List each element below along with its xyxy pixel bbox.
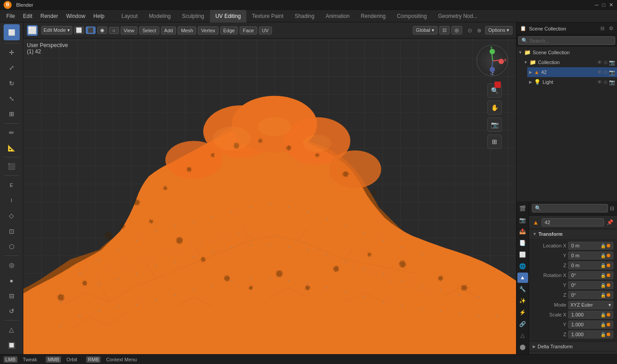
- camera-button[interactable]: 📷: [487, 117, 502, 132]
- minimize-button[interactable]: ─: [595, 2, 599, 8]
- add-cube-tool[interactable]: ⬛: [4, 159, 20, 173]
- menu-render[interactable]: Render: [37, 12, 61, 21]
- knife-tool[interactable]: ⬡: [4, 239, 20, 254]
- transform-global[interactable]: Global ▾: [413, 26, 438, 35]
- prop-tab-physics[interactable]: ⚡: [517, 307, 528, 318]
- select-box-tool[interactable]: ⬜: [4, 24, 20, 40]
- scale-y-value[interactable]: 1.000 🔒: [568, 321, 613, 329]
- move-tool[interactable]: ⤢: [4, 61, 20, 75]
- snap-toggle[interactable]: ⊡: [439, 26, 450, 35]
- obj42-visibility-icon[interactable]: 👁: [597, 69, 602, 75]
- outliner-settings-icon[interactable]: ⚙: [609, 26, 613, 31]
- edit-mode-select[interactable]: Edit Mode ▾: [41, 26, 72, 35]
- annotate-tool[interactable]: ✏: [4, 126, 20, 140]
- viewport-icon[interactable]: ⊙: [604, 60, 608, 65]
- menu-file[interactable]: File: [3, 12, 18, 21]
- tab-uv-editing[interactable]: UV Editing: [210, 10, 246, 22]
- light-visibility-icon[interactable]: 👁: [597, 79, 602, 85]
- obj42-viewport-icon[interactable]: ⊙: [604, 69, 608, 75]
- spin-tool[interactable]: ↺: [4, 304, 20, 318]
- extrude-tool[interactable]: E: [4, 178, 20, 192]
- inset-tool[interactable]: I: [4, 193, 20, 208]
- location-z-value[interactable]: 0 m 🔒: [568, 261, 613, 269]
- prop-tab-object-data[interactable]: △: [517, 330, 528, 341]
- mesh-menu[interactable]: Mesh: [178, 26, 196, 35]
- scale-tool[interactable]: ⤡: [4, 91, 20, 106]
- hand-tool-button[interactable]: ✋: [487, 100, 502, 115]
- prop-tab-material[interactable]: ⬤: [517, 342, 528, 352]
- scale-x-value[interactable]: 1.000 🔒: [568, 311, 613, 319]
- vertex-menu[interactable]: Vertex: [198, 26, 218, 35]
- props-filter-button[interactable]: ⊟: [610, 205, 614, 212]
- outliner-collection[interactable]: ▼ 📁 Collection 👁 ⊙ 📷: [522, 57, 617, 67]
- view-menu[interactable]: View: [121, 26, 138, 35]
- rotation-z-value[interactable]: 0° 🔒: [568, 291, 613, 299]
- maximize-button[interactable]: □: [602, 2, 605, 8]
- viewport-shading-material[interactable]: ◉: [97, 26, 107, 34]
- transform-section-header[interactable]: ▼ Transform: [529, 229, 617, 239]
- menu-help[interactable]: Help: [90, 12, 108, 21]
- grid-view-button[interactable]: ⊞: [487, 134, 502, 149]
- slide-tool[interactable]: ⊟: [4, 289, 20, 303]
- prop-tab-output[interactable]: 📤: [517, 226, 528, 237]
- randomize-tool[interactable]: 🔲: [4, 338, 20, 352]
- measure-tool[interactable]: 📐: [4, 141, 20, 155]
- tab-shading[interactable]: Shading: [289, 10, 320, 22]
- viewport[interactable]: ⬜ Edit Mode ▾ ⬜ ⬛ ◉ ○ View Select Add Me…: [23, 22, 516, 354]
- select-menu[interactable]: Select: [139, 26, 159, 35]
- rotation-x-value[interactable]: 0° 🔒: [568, 271, 613, 279]
- viewport-shading-wire[interactable]: ⬜: [74, 26, 84, 34]
- props-search-box[interactable]: 🔍: [532, 204, 608, 212]
- prop-tab-modifier[interactable]: 🔧: [517, 284, 528, 295]
- outliner-search-box[interactable]: 🔍 Search...: [518, 36, 615, 45]
- scale-z-value[interactable]: 1.000 🔒: [568, 330, 613, 338]
- location-y-value[interactable]: 0 m 🔒: [568, 251, 613, 260]
- menu-edit[interactable]: Edit: [19, 12, 36, 21]
- smooth-tool[interactable]: ◎: [4, 258, 20, 272]
- outliner-light[interactable]: ▶ 💡 Light 👁 ⊙ 📷: [527, 77, 617, 87]
- navigation-gizmo[interactable]: X Y -Z: [477, 45, 512, 81]
- obj42-render-icon[interactable]: 📷: [609, 69, 615, 75]
- light-render-icon[interactable]: 📷: [609, 79, 615, 85]
- location-x-value[interactable]: 0 m 🔒: [568, 242, 613, 250]
- relax-tool[interactable]: ●: [4, 273, 20, 287]
- prop-tab-render[interactable]: 📷: [517, 215, 528, 225]
- add-menu[interactable]: Add: [161, 26, 176, 35]
- gizmo-toggle[interactable]: ⊕: [477, 27, 481, 34]
- uv-menu[interactable]: UV: [259, 26, 272, 35]
- visibility-icon[interactable]: 👁: [597, 60, 602, 65]
- rotate-tool[interactable]: ↻: [4, 76, 20, 91]
- outliner-scene-collection[interactable]: ▼ 📁 Scene Collection: [516, 48, 617, 57]
- tab-animation[interactable]: Animation: [320, 10, 355, 22]
- options-button[interactable]: Options ▾: [485, 26, 512, 35]
- prop-tab-view-layer[interactable]: 📑: [517, 238, 528, 248]
- rotation-mode-select[interactable]: XYZ Euler ▾: [568, 301, 613, 309]
- menu-window[interactable]: Window: [62, 12, 89, 21]
- bevel-tool[interactable]: ◇: [4, 208, 20, 223]
- prop-tab-constraint[interactable]: 🔗: [517, 319, 528, 329]
- props-pin-button[interactable]: 📌: [607, 219, 613, 225]
- viewport-shading-render[interactable]: ○: [109, 27, 119, 34]
- tab-rendering[interactable]: Rendering: [355, 10, 391, 22]
- loop-cut-tool[interactable]: ⊡: [4, 224, 20, 238]
- transform-tool[interactable]: ⊞: [4, 107, 20, 121]
- tab-geometry-nodes[interactable]: Geometry Nod...: [433, 10, 483, 22]
- shrink-tool[interactable]: △: [4, 322, 20, 337]
- viewport-canvas[interactable]: User Perspective (1) 42: [23, 22, 516, 354]
- proportional-edit[interactable]: ◎: [451, 26, 462, 35]
- tab-sculpting[interactable]: Sculpting: [177, 10, 210, 22]
- close-button[interactable]: ✕: [609, 2, 613, 8]
- cursor-tool[interactable]: ✛: [4, 45, 20, 60]
- outliner-filter-icon[interactable]: ⊟: [600, 26, 604, 31]
- tab-compositing[interactable]: Compositing: [391, 10, 432, 22]
- light-viewport-icon[interactable]: ⊙: [604, 79, 608, 85]
- tab-texture-paint[interactable]: Texture Paint: [247, 10, 289, 22]
- viewport-shading-solid[interactable]: ⬛: [86, 26, 96, 34]
- rotation-y-value[interactable]: 0° 🔒: [568, 281, 613, 289]
- tab-modeling[interactable]: Modeling: [144, 10, 176, 22]
- gizmo-circle[interactable]: X Y -Z: [477, 45, 508, 76]
- face-menu[interactable]: Face: [240, 26, 257, 35]
- prop-tab-object[interactable]: ▲: [517, 273, 528, 283]
- props-object-name[interactable]: 42: [542, 218, 604, 226]
- outliner-object-42[interactable]: ▶ ▲ 42 👁 ⊙ 📷: [527, 67, 617, 77]
